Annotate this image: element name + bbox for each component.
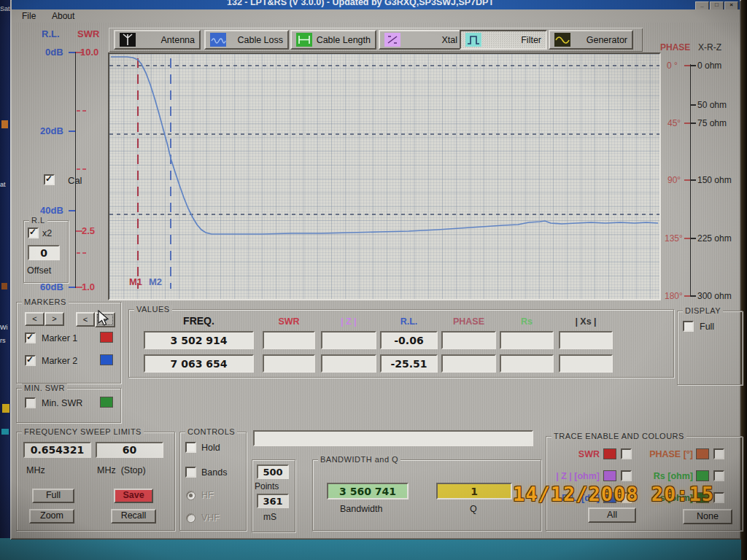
- filter-button-label: Filter: [521, 35, 541, 45]
- min-swr-group-title: MIN. SWR: [22, 384, 67, 392]
- trace-all-button[interactable]: All: [588, 508, 636, 523]
- antenna-button[interactable]: Antenna: [114, 30, 201, 50]
- marker2-prev-button[interactable]: <: [76, 312, 95, 327]
- axis-tick: [69, 210, 75, 211]
- sweep-save-button[interactable]: Save: [114, 489, 153, 503]
- sweep-zoom-button[interactable]: Zoom: [29, 509, 74, 524]
- phase-tick: 135°: [665, 233, 683, 244]
- x2-label: x2: [42, 228, 52, 238]
- axis-tick: [684, 122, 690, 124]
- rl-value-m2: -25.51: [380, 354, 438, 373]
- cable-length-button[interactable]: Cable Length: [290, 30, 376, 50]
- bandwidth-label: Bandwidth: [340, 504, 382, 514]
- trace-none-button[interactable]: None: [683, 509, 732, 524]
- trace-rs-checkbox[interactable]: [713, 470, 724, 481]
- trace-rs-swatch[interactable]: [696, 470, 709, 481]
- sweep-start-input[interactable]: 0.654321: [23, 442, 91, 458]
- min-swr-color-swatch[interactable]: [100, 397, 113, 408]
- axis-tick: [69, 52, 75, 53]
- xtal-button[interactable]: Xtal: [379, 30, 463, 50]
- markers-group-title: MARKERS: [22, 298, 69, 306]
- cal-checkbox[interactable]: [44, 174, 55, 185]
- camera-timestamp: 14/12/2008 20:15: [513, 483, 714, 505]
- generator-button[interactable]: Generator: [549, 30, 633, 50]
- marker1-next-button[interactable]: >: [44, 312, 64, 326]
- axis-tick: [684, 295, 690, 297]
- axis-tick: [690, 65, 696, 66]
- swr-tick-2p5: 2.5: [82, 225, 95, 236]
- display-full-checkbox[interactable]: [683, 321, 694, 332]
- xs-value-m1: [559, 331, 613, 349]
- cable-loss-button[interactable]: Cable Loss: [204, 30, 289, 50]
- desktop-icon-label: Sat: [0, 5, 10, 12]
- sweep-stop-input[interactable]: 60: [96, 442, 163, 458]
- bands-checkbox[interactable]: [185, 467, 196, 478]
- xtal-icon: [384, 33, 400, 47]
- desktop-icon-label: at: [0, 181, 6, 188]
- trace-swr-checkbox[interactable]: [621, 448, 632, 459]
- offset-input[interactable]: 0: [28, 245, 60, 260]
- marker1-prev-button[interactable]: <: [25, 312, 44, 326]
- trace-swr-swatch[interactable]: [603, 448, 616, 459]
- sweep-start-unit: MHz: [26, 465, 45, 475]
- title-bar[interactable]: 132 - LPT&RS (V 3.0.0) - Updated by G3RX…: [12, 0, 740, 9]
- q-label: Q: [470, 504, 477, 514]
- x2-checkbox[interactable]: [28, 228, 39, 238]
- trace-phase-checkbox[interactable]: [713, 448, 724, 459]
- window-title: 132 - LPT&RS (V 3.0.0) - Updated by G3RX…: [227, 0, 494, 7]
- ms-input[interactable]: 361: [257, 494, 289, 508]
- trace-z-swatch[interactable]: [603, 470, 616, 481]
- marker2-checkbox[interactable]: [25, 355, 36, 366]
- marker2-color-swatch[interactable]: [100, 354, 113, 365]
- swr-axis-dash: [77, 110, 86, 112]
- trace-phase-swatch[interactable]: [696, 448, 709, 459]
- marker1-checkbox[interactable]: [25, 332, 36, 343]
- header-freq: FREQ.: [144, 315, 254, 327]
- phase-value-m2: [441, 354, 496, 373]
- cal-label: Cal: [68, 175, 82, 186]
- menu-about[interactable]: About: [52, 11, 74, 21]
- hold-checkbox[interactable]: [185, 442, 196, 453]
- header-rl: R.L.: [380, 316, 438, 327]
- hold-label: Hold: [201, 443, 220, 453]
- sweep-recall-button[interactable]: Recall: [111, 509, 156, 524]
- desktop-icon: [1, 283, 7, 289]
- marker2-label: M2: [149, 276, 162, 287]
- menu-bar: File About: [12, 9, 740, 23]
- menu-file[interactable]: File: [22, 11, 36, 21]
- freq-value-m2: 7 063 654: [144, 354, 254, 373]
- cable-length-button-label: Cable Length: [317, 35, 371, 45]
- generator-icon: [554, 33, 570, 47]
- freq-value-m1: 3 502 914: [144, 331, 254, 349]
- filter-button[interactable]: Filter: [460, 30, 547, 50]
- trace-z-checkbox[interactable]: [621, 470, 632, 481]
- desktop-icon: [1, 429, 9, 435]
- ms-label: mS: [263, 512, 276, 522]
- vhf-label: VHF: [201, 513, 220, 523]
- vhf-radio[interactable]: [186, 513, 196, 523]
- header-phase: PHASE: [441, 316, 496, 327]
- rl-offset-group-title: R.L: [29, 216, 47, 225]
- xtal-button-label: Xtal: [441, 35, 457, 45]
- ohm-tick: 50 ohm: [697, 100, 727, 110]
- trace-rs-label: Rs [ohm]: [642, 471, 693, 481]
- screen-photo: Sat at Wi rs 132 - LPT&RS (V 3.0.0) - Up…: [0, 0, 747, 560]
- axis-tick: [684, 179, 690, 181]
- ohm-tick: 300 ohm: [697, 291, 732, 301]
- points-input[interactable]: 500: [257, 464, 289, 479]
- hf-radio[interactable]: [186, 491, 196, 500]
- trace-group-title: TRACE ENABLE AND COLOURS: [551, 432, 686, 440]
- ohm-tick: 0 ohm: [697, 61, 721, 71]
- bandwidth-value: 3 560 741: [327, 483, 409, 499]
- rs-value-m1: [500, 331, 554, 349]
- sweep-plot[interactable]: M1 M2: [108, 52, 661, 300]
- phase-tick: 0 °: [667, 61, 678, 71]
- axis-tick: [690, 238, 696, 239]
- marker1-label-text: Marker 1: [42, 333, 77, 343]
- sweep-full-button[interactable]: Full: [32, 489, 74, 503]
- axis-tick: [690, 104, 696, 106]
- axis-tick: [69, 131, 75, 132]
- trace-xs-checkbox[interactable]: [713, 492, 724, 503]
- min-swr-checkbox[interactable]: [25, 397, 36, 408]
- marker1-color-swatch[interactable]: [100, 332, 113, 343]
